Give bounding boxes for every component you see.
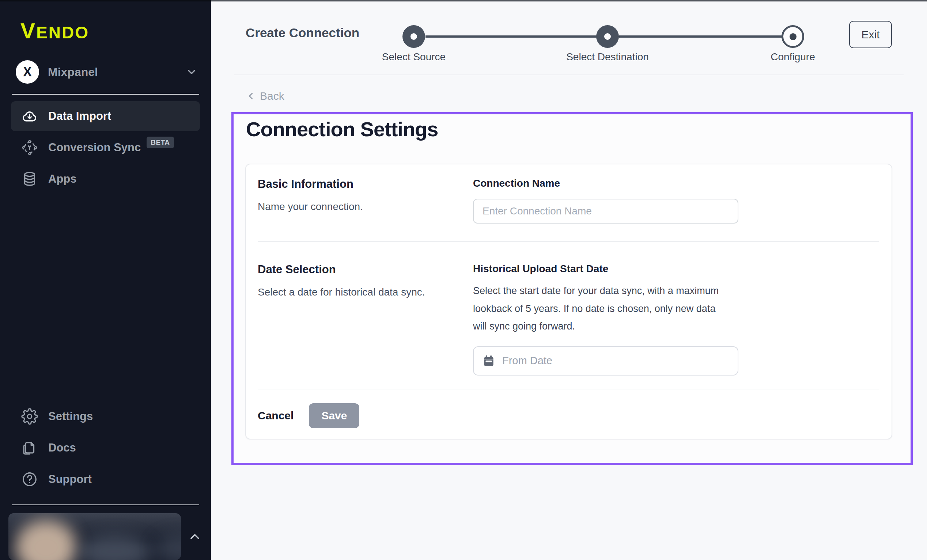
main-content: Create Connection Select Source Select D… [211, 0, 927, 560]
exit-button[interactable]: Exit [849, 21, 892, 48]
step-indicator-select-destination [596, 25, 619, 48]
account-menu[interactable] [8, 513, 181, 560]
back-link[interactable]: Back [245, 90, 284, 102]
sidebar-item-apps[interactable]: Apps [11, 164, 200, 194]
date-selection-right: Historical Upload Start Date Select the … [473, 263, 879, 389]
sidebar-item-label: Support [48, 473, 92, 486]
sync-arrows-icon [21, 139, 38, 156]
sidebar-item-label: Docs [48, 441, 76, 454]
workspace-switcher[interactable]: X Mixpanel [16, 60, 198, 83]
connection-name-input[interactable] [473, 199, 739, 223]
basic-information-right: Connection Name [473, 178, 879, 241]
document-icon [21, 439, 38, 456]
account-avatar-blur [15, 520, 77, 560]
sidebar-item-label: Conversion Sync [48, 141, 141, 154]
sidebar-item-settings[interactable]: Settings [11, 401, 200, 431]
sidebar-item-docs[interactable]: Docs [11, 433, 200, 463]
vendo-logo: VENDO [20, 18, 211, 44]
back-label: Back [260, 90, 284, 102]
sidebar-footer: Settings Docs [0, 401, 211, 560]
connection-settings-panel: Connection Settings Basic Information Na… [231, 112, 913, 465]
sidebar-item-label: Settings [48, 410, 93, 423]
sidebar: VENDO X Mixpanel Data Import [0, 0, 211, 560]
section-description: Select a date for historical data sync. [258, 286, 473, 298]
settings-card: Basic Information Name your connection. … [245, 164, 892, 439]
beta-badge: BETA [147, 137, 174, 148]
sidebar-nav: Data Import Conversion Sync BETA [0, 101, 211, 194]
step-indicator-select-source [403, 25, 425, 48]
calendar-icon [482, 354, 496, 368]
step-connector [426, 35, 597, 38]
sidebar-item-support[interactable]: Support [11, 464, 200, 494]
account-row [8, 513, 204, 560]
question-icon [21, 471, 38, 488]
card-footer: Cancel Save [246, 389, 892, 428]
start-date-help-text: Select the start date for your data sync… [473, 282, 725, 335]
header-divider [234, 74, 904, 75]
from-date-input[interactable] [502, 355, 729, 367]
basic-information-section: Basic Information Name your connection. … [246, 164, 892, 241]
database-icon [21, 171, 38, 187]
account-text-blur-2 [155, 533, 181, 560]
cancel-button[interactable]: Cancel [258, 410, 293, 422]
chevron-down-icon [185, 66, 198, 78]
gear-icon [21, 408, 38, 425]
step-label-configure: Configure [770, 51, 815, 63]
cloud-download-icon [21, 108, 38, 124]
step-label-select-source: Select Source [382, 51, 445, 63]
mixpanel-logo-icon: X [16, 60, 39, 83]
step-connector [619, 35, 782, 38]
basic-information-left: Basic Information Name your connection. [258, 178, 473, 241]
page-title: Create Connection [246, 26, 359, 40]
sidebar-footer-nav: Settings Docs [0, 401, 211, 494]
app-root: VENDO X Mixpanel Data Import [0, 0, 927, 560]
sidebar-footer-divider [12, 504, 199, 505]
save-button[interactable]: Save [309, 403, 359, 428]
account-text-blur [78, 535, 151, 560]
date-selection-section: Date Selection Select a date for histori… [246, 242, 892, 389]
chevron-left-icon [245, 91, 256, 102]
section-heading: Basic Information [258, 178, 473, 191]
section-description: Name your connection. [258, 201, 473, 212]
sidebar-item-data-import[interactable]: Data Import [11, 101, 200, 131]
section-heading: Date Selection [258, 263, 473, 276]
sidebar-item-conversion-sync[interactable]: Conversion Sync BETA [11, 133, 200, 162]
sidebar-divider [12, 94, 199, 95]
workspace-name: Mixpanel [48, 65, 98, 79]
step-indicator-configure [781, 25, 804, 48]
step-label-select-destination: Select Destination [566, 51, 649, 63]
sidebar-item-label: Apps [48, 172, 77, 185]
panel-title: Connection Settings [246, 117, 438, 141]
from-date-field[interactable] [473, 346, 739, 375]
connection-name-label: Connection Name [473, 178, 879, 189]
sidebar-item-label: Data Import [48, 109, 111, 123]
chevron-up-icon[interactable] [187, 529, 202, 544]
window-top-strip-sidebar [0, 0, 211, 2]
date-selection-left: Date Selection Select a date for histori… [258, 263, 473, 389]
start-date-label: Historical Upload Start Date [473, 263, 879, 275]
